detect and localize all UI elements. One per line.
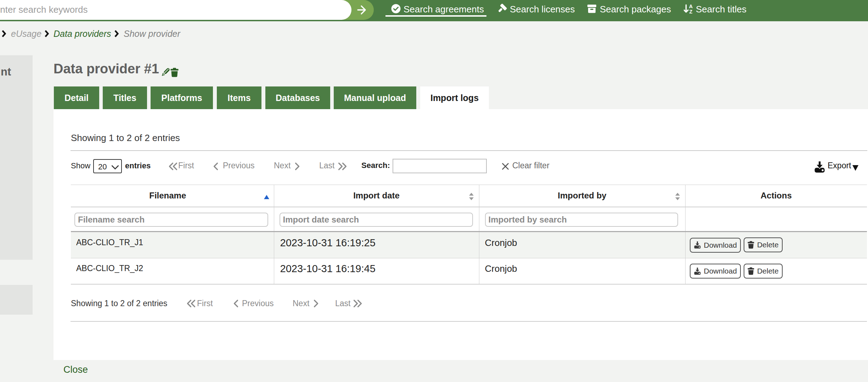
svg-text:Z: Z: [689, 9, 693, 14]
